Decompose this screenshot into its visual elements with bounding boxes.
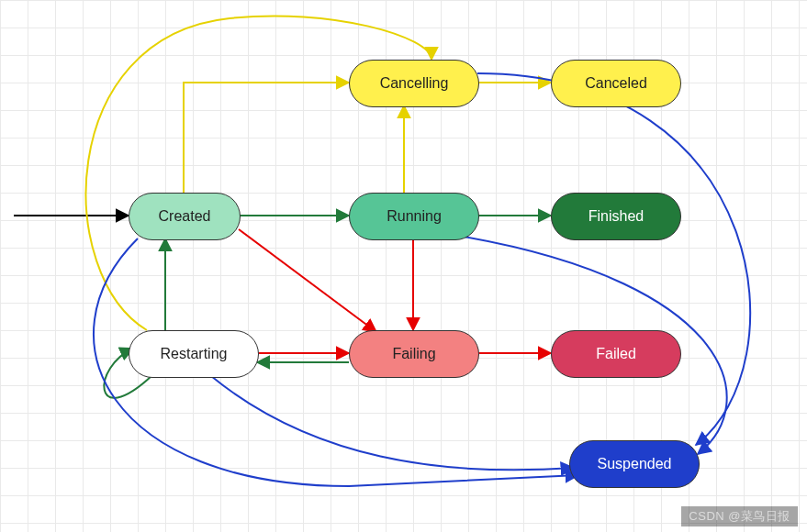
node-restarting: Restarting	[129, 330, 259, 378]
node-label: Restarting	[161, 346, 228, 362]
node-canceled: Canceled	[551, 60, 681, 107]
node-label: Failed	[596, 346, 636, 362]
edge-cancelling-suspended	[477, 73, 750, 445]
node-label: Finished	[588, 208, 644, 225]
node-cancelling: Cancelling	[349, 60, 479, 107]
edge-created-failing	[239, 229, 376, 332]
node-failed: Failed	[551, 330, 681, 378]
node-label: Failing	[392, 346, 435, 362]
node-running: Running	[349, 193, 479, 240]
edge-created-cancelling	[184, 83, 349, 193]
state-diagram: Created Running Finished Cancelling Canc…	[0, 0, 807, 532]
node-label: Running	[387, 208, 442, 225]
node-label: Cancelling	[380, 75, 449, 92]
node-finished: Finished	[551, 193, 681, 240]
node-label: Canceled	[585, 75, 647, 92]
node-label: Created	[159, 208, 211, 225]
node-label: Suspended	[598, 456, 672, 472]
watermark: CSDN @菜鸟日报	[681, 506, 798, 526]
node-failing: Failing	[349, 330, 479, 378]
node-suspended: Suspended	[569, 440, 700, 488]
node-created: Created	[129, 193, 241, 240]
edge-restarting-suspended	[211, 376, 574, 470]
